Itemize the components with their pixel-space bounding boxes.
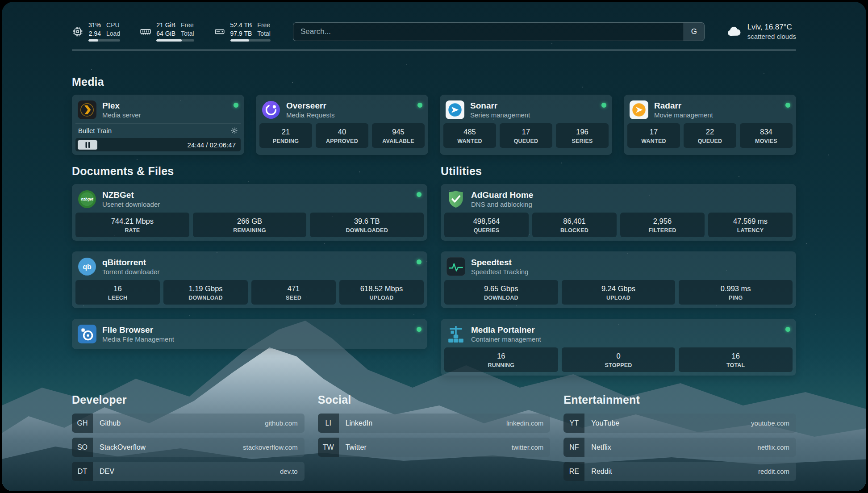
bookmark-reddit[interactable]: RE Reddit reddit.com bbox=[563, 462, 796, 481]
service-name: NZBGet bbox=[102, 190, 160, 200]
service-desc: Media File Management bbox=[102, 335, 174, 343]
stat-remaining: 266 GBREMAINING bbox=[193, 213, 307, 237]
bookmark-youtube[interactable]: YT YouTube youtube.com bbox=[563, 414, 796, 433]
memory-free: 21 GiB bbox=[156, 21, 175, 29]
stat-approved: 40APPROVED bbox=[316, 123, 368, 148]
service-name: Plex bbox=[102, 101, 141, 111]
memory-total: 64 GiB bbox=[156, 30, 175, 38]
service-card-sonarr[interactable]: Sonarr Series management 485WANTED 17QUE… bbox=[440, 95, 612, 155]
disk-widget: 52.4 TB Free 97.9 TB Total bbox=[214, 21, 271, 42]
service-card-radarr[interactable]: Radarr Movie management 17WANTED 22QUEUE… bbox=[624, 95, 796, 155]
filebrowser-icon bbox=[78, 325, 96, 343]
cpu-load: 2.94 bbox=[88, 30, 101, 38]
speedtest-icon bbox=[447, 257, 465, 276]
memory-progress-track bbox=[156, 39, 194, 42]
weather-location-temp: Lviv, 16.87°C bbox=[747, 23, 796, 32]
playback-bar[interactable]: 24:44 / 02:06:47 bbox=[75, 138, 241, 151]
bookmark-twitter[interactable]: TW Twitter twitter.com bbox=[318, 438, 551, 457]
stat-download: 9.65 GbpsDOWNLOAD bbox=[444, 280, 558, 305]
bookmark-name: YouTube bbox=[591, 419, 619, 427]
pause-icon bbox=[85, 142, 90, 148]
cpu-widget: 31% CPU 2.94 Load bbox=[72, 21, 120, 42]
bookmark-name: Twitter bbox=[346, 443, 367, 451]
developer-section: Developer GH Github github.com SO StackO… bbox=[72, 393, 305, 486]
media-section-title: Media bbox=[72, 75, 796, 88]
service-card-filebrowser[interactable]: File Browser Media File Management bbox=[72, 319, 427, 349]
bookmark-netflix[interactable]: NF Netflix netflix.com bbox=[563, 438, 796, 457]
service-name: Media Portainer bbox=[471, 325, 541, 335]
bookmark-abbr: SO bbox=[72, 438, 93, 457]
search-provider-button[interactable]: G bbox=[684, 23, 704, 41]
service-card-portainer[interactable]: Media Portainer Container management 16R… bbox=[441, 319, 796, 376]
disk-icon bbox=[214, 26, 225, 38]
plex-icon bbox=[78, 100, 96, 119]
service-card-overseerr[interactable]: Overseerr Media Requests 21PENDING 40APP… bbox=[256, 95, 428, 155]
bookmark-url: github.com bbox=[265, 419, 297, 427]
service-desc: Media server bbox=[102, 111, 141, 119]
pause-button[interactable] bbox=[78, 140, 97, 150]
service-card-qbittorrent[interactable]: qb qBittorrent Torrent downloader 16LEEC… bbox=[72, 251, 427, 308]
memory-label-1: Free bbox=[181, 21, 194, 29]
bookmark-url: twitter.com bbox=[512, 443, 544, 451]
entertainment-section-title: Entertainment bbox=[563, 393, 796, 406]
service-card-nzbget[interactable]: nzbget NZBGet Usenet downloader 744.21 M… bbox=[72, 184, 427, 241]
cpu-label-2: Load bbox=[106, 30, 120, 38]
svg-text:qb: qb bbox=[83, 263, 91, 271]
cpu-progress-track bbox=[88, 39, 120, 42]
service-name: AdGuard Home bbox=[471, 190, 533, 200]
snow-speckles bbox=[2, 2, 3, 3]
service-desc: Media Requests bbox=[286, 111, 334, 119]
bookmark-abbr: NF bbox=[563, 438, 584, 457]
service-name: Speedtest bbox=[471, 258, 528, 267]
bookmark-abbr: DT bbox=[72, 462, 93, 481]
adguard-icon bbox=[447, 190, 465, 209]
service-name: File Browser bbox=[102, 325, 174, 335]
bookmark-linkedin[interactable]: LI LinkedIn linkedin.com bbox=[318, 414, 551, 433]
bookmark-name: DEV bbox=[100, 468, 114, 476]
bookmark-abbr: YT bbox=[563, 414, 584, 433]
cpu-percent: 31% bbox=[88, 21, 101, 29]
service-desc: Usenet downloader bbox=[102, 201, 160, 208]
utilities-section: Utilities bbox=[441, 165, 796, 376]
search-bar: G bbox=[293, 22, 705, 41]
bookmark-github[interactable]: GH Github github.com bbox=[72, 414, 305, 433]
service-name: Overseerr bbox=[286, 101, 334, 111]
service-card-plex[interactable]: Plex Media server Bullet Train bbox=[72, 95, 244, 155]
cpu-progress-fill bbox=[88, 39, 98, 42]
service-desc: Series management bbox=[470, 111, 530, 119]
dashboard-screen: 31% CPU 2.94 Load bbox=[2, 2, 866, 491]
stat-rate: 744.21 MbpsRATE bbox=[75, 213, 189, 237]
stat-running: 16RUNNING bbox=[444, 347, 558, 372]
top-status-bar: 31% CPU 2.94 Load bbox=[72, 21, 796, 42]
stat-download: 1.19 GbpsDOWNLOAD bbox=[163, 280, 248, 305]
stat-wanted: 485WANTED bbox=[443, 123, 496, 148]
memory-widget: 21 GiB Free 64 GiB Total bbox=[140, 21, 194, 42]
status-dot bbox=[417, 327, 421, 332]
stat-total: 16TOTAL bbox=[679, 347, 793, 372]
documents-section: Documents & Files nzbget NZBGet bbox=[72, 165, 427, 376]
disk-total: 97.9 TB bbox=[230, 30, 252, 38]
search-input[interactable] bbox=[293, 23, 684, 41]
bookmark-abbr: RE bbox=[563, 462, 584, 481]
service-card-adguard[interactable]: AdGuard Home DNS and adblocking 498,564Q… bbox=[441, 184, 796, 241]
now-playing-title: Bullet Train bbox=[78, 127, 112, 134]
service-name: Radarr bbox=[654, 101, 713, 111]
bookmark-abbr: GH bbox=[72, 414, 93, 433]
cloud-icon bbox=[726, 24, 742, 40]
stat-blocked: 86,401BLOCKED bbox=[532, 213, 617, 237]
bookmark-dev[interactable]: DT DEV dev.to bbox=[72, 462, 305, 481]
service-desc: Container management bbox=[471, 335, 541, 343]
bookmark-name: Reddit bbox=[591, 468, 612, 476]
bookmark-stackoverflow[interactable]: SO StackOverflow stackoverflow.com bbox=[72, 438, 305, 457]
stat-available: 945AVAILABLE bbox=[372, 123, 425, 148]
cpu-icon bbox=[72, 26, 83, 38]
gear-icon[interactable] bbox=[230, 127, 238, 134]
status-dot bbox=[234, 103, 238, 108]
bookmark-name: Netflix bbox=[591, 443, 611, 451]
service-card-speedtest[interactable]: Speedtest Speedtest Tracking 9.65 GbpsDO… bbox=[441, 251, 796, 308]
social-section-title: Social bbox=[318, 393, 551, 406]
stat-leech: 16LEECH bbox=[75, 280, 160, 305]
stat-pending: 21PENDING bbox=[259, 123, 312, 148]
service-desc: Movie management bbox=[654, 111, 713, 119]
stat-ping: 0.993 msPING bbox=[679, 280, 793, 305]
